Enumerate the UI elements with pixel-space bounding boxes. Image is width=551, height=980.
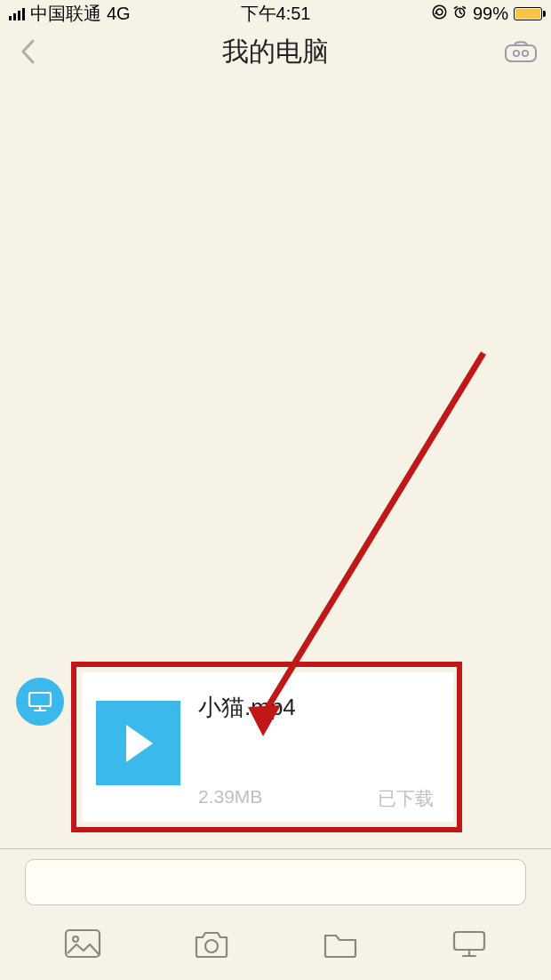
camera-icon bbox=[193, 928, 230, 959]
clock-label: 下午4:51 bbox=[241, 2, 311, 26]
svg-rect-4 bbox=[29, 693, 51, 706]
svg-point-8 bbox=[73, 936, 78, 942]
signal-icon bbox=[9, 7, 25, 20]
camera-button[interactable] bbox=[189, 921, 234, 966]
nav-bar: 我的电脑 bbox=[0, 27, 551, 76]
play-icon bbox=[120, 723, 157, 764]
my-computer-button[interactable] bbox=[447, 921, 491, 966]
file-size-label: 2.39MB bbox=[198, 786, 262, 811]
battery-percent-label: 99% bbox=[473, 4, 508, 24]
computer-icon bbox=[27, 690, 53, 713]
alarm-icon bbox=[452, 4, 467, 24]
file-meta: 2.39MB 已下载 bbox=[198, 786, 434, 811]
svg-point-3 bbox=[523, 51, 528, 56]
folder-icon bbox=[322, 928, 359, 959]
file-message-card[interactable]: 小猫.mp4 2.39MB 已下载 bbox=[82, 672, 453, 822]
svg-rect-10 bbox=[454, 932, 484, 950]
status-left: 中国联通 4G bbox=[9, 2, 131, 26]
status-right: 99% bbox=[432, 4, 542, 24]
carrier-label: 中国联通 bbox=[30, 2, 101, 26]
svg-point-0 bbox=[433, 5, 445, 18]
settings-button[interactable] bbox=[503, 34, 539, 69]
file-name-label: 小猫.mp4 bbox=[198, 692, 434, 723]
svg-point-2 bbox=[514, 51, 519, 56]
bottom-toolbar bbox=[0, 914, 551, 980]
video-thumbnail bbox=[96, 701, 180, 785]
gallery-button[interactable] bbox=[60, 921, 105, 966]
orientation-lock-icon bbox=[432, 4, 447, 24]
files-button[interactable] bbox=[318, 921, 363, 966]
file-info: 小猫.mp4 2.39MB 已下载 bbox=[180, 699, 434, 806]
image-icon bbox=[64, 928, 101, 959]
monitor-icon bbox=[451, 928, 488, 959]
download-status-label: 已下载 bbox=[378, 786, 434, 811]
message-input[interactable] bbox=[25, 859, 526, 905]
svg-point-9 bbox=[205, 940, 218, 952]
robot-icon bbox=[504, 38, 538, 65]
sender-avatar[interactable] bbox=[16, 678, 64, 726]
back-button[interactable] bbox=[14, 37, 43, 66]
page-title: 我的电脑 bbox=[222, 34, 329, 70]
chevron-left-icon bbox=[19, 38, 38, 65]
network-label: 4G bbox=[107, 4, 131, 24]
svg-line-5 bbox=[263, 353, 483, 715]
svg-rect-7 bbox=[66, 930, 100, 957]
battery-icon bbox=[514, 7, 542, 20]
chat-area: 小猫.mp4 2.39MB 已下载 bbox=[0, 76, 551, 848]
status-bar: 中国联通 4G 下午4:51 99% bbox=[0, 0, 551, 27]
input-bar bbox=[0, 848, 551, 914]
